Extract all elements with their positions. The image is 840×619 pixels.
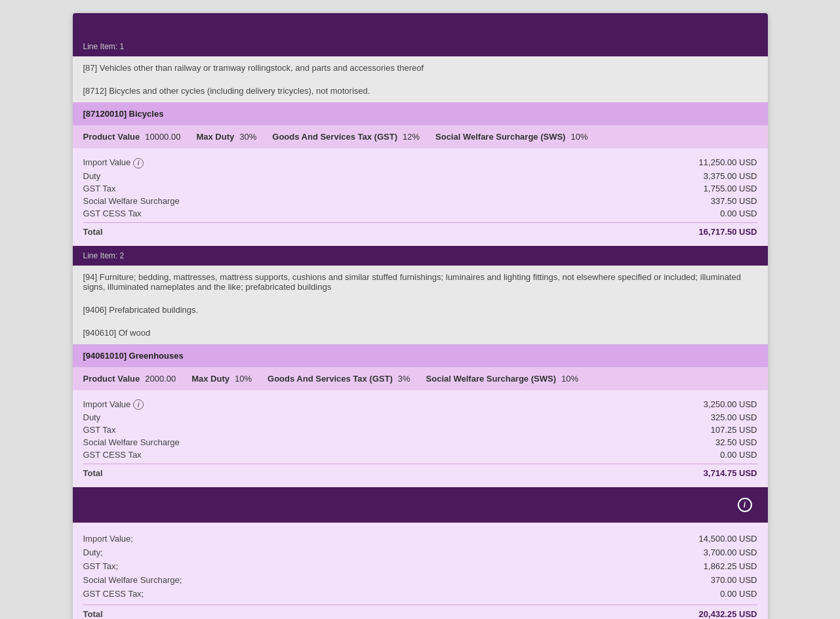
line-item-header-1: Line Item: 1 xyxy=(73,37,768,56)
calc-label-2-1: Import Valuei xyxy=(83,399,144,410)
calc-total-value-2: 3,714.75 USD xyxy=(704,468,757,478)
calc-row-1-2: Duty 3,375.00 USD xyxy=(83,170,757,182)
tl-row-3: GST Tax; 1,862.25 USD xyxy=(83,559,757,573)
gst-value-2: 3% xyxy=(398,374,410,384)
calc-total-value-1: 16,717.50 USD xyxy=(699,227,757,237)
breadcrumb-2-2: [9406] Prefabricated buildings. xyxy=(73,298,768,321)
calc-value-1-3: 1,755.00 USD xyxy=(704,184,757,193)
breadcrumb-2-3: [940610] Of wood xyxy=(73,321,768,344)
tl-value-1: 14,500.00 USD xyxy=(699,534,757,544)
tl-row-1: Import Value; 14,500.00 USD xyxy=(83,532,757,546)
max-duty-label-2: Max Duty xyxy=(191,374,230,384)
tl-label-1: Import Value; xyxy=(83,534,133,544)
sws-label-2: Social Welfare Surcharge (SWS) xyxy=(426,374,556,384)
page-header xyxy=(73,13,768,37)
line-items-container: Line Item: 1[87] Vehicles other than rai… xyxy=(73,37,768,487)
calc-value-1-5: 0.00 USD xyxy=(720,209,757,218)
calc-total-row-2: Total 3,714.75 USD xyxy=(83,464,757,479)
calc-value-2-3: 107.25 USD xyxy=(711,425,757,435)
calc-label-2-5: GST CESS Tax xyxy=(83,450,142,460)
sws-label-1: Social Welfare Surcharge (SWS) xyxy=(435,132,565,142)
calc-value-2-4: 32.50 USD xyxy=(715,437,757,447)
tl-label-4: Social Welfare Surcharge; xyxy=(83,575,182,585)
calc-total-label-1: Total xyxy=(83,227,103,237)
product-info-row-2: Product Value 2000.00 Max Duty 10% Goods… xyxy=(73,367,768,390)
calc-label-1-4: Social Welfare Surcharge xyxy=(83,196,180,206)
total-landed-header: i xyxy=(73,487,768,523)
sws-value-2: 10% xyxy=(561,374,578,384)
calc-label-2-3: GST Tax xyxy=(83,425,116,435)
calc-label-2-2: Duty xyxy=(83,412,101,422)
calc-value-2-5: 0.00 USD xyxy=(720,450,757,460)
tl-total-value: 20,432.25 USD xyxy=(699,609,757,619)
tl-row-2: Duty; 3,700.00 USD xyxy=(83,546,757,559)
gst-value-1: 12% xyxy=(403,132,420,142)
breadcrumb-2-1: [94] Furniture; bedding, mattresses, mat… xyxy=(73,266,768,298)
calc-row-2-5: GST CESS Tax 0.00 USD xyxy=(83,449,757,461)
calc-section-2: Import Valuei 3,250.00 USD Duty 325.00 U… xyxy=(73,390,768,488)
calc-row-2-3: GST Tax 107.25 USD xyxy=(83,424,757,436)
tl-value-5: 0.00 USD xyxy=(720,589,757,599)
gst-label-2: Goods And Services Tax (GST) xyxy=(268,374,393,384)
calc-row-1-1: Import Valuei 11,250.00 USD xyxy=(83,156,757,170)
product-value-label-1: Product Value xyxy=(83,132,140,142)
tl-total-label: Total xyxy=(83,609,103,619)
tl-value-3: 1,862.25 USD xyxy=(704,561,757,571)
calc-row-1-4: Social Welfare Surcharge 337.50 USD xyxy=(83,195,757,207)
calc-value-1-4: 337.50 USD xyxy=(711,196,757,206)
calc-total-row-1: Total 16,717.50 USD xyxy=(83,222,757,238)
product-info-row-1: Product Value 10000.00 Max Duty 30% Good… xyxy=(73,125,768,148)
total-landed-info-icon[interactable]: i xyxy=(738,498,752,512)
gst-label-1: Goods And Services Tax (GST) xyxy=(272,132,397,142)
product-value-1: 10000.00 xyxy=(145,132,180,142)
total-landed-section: Import Value; 14,500.00 USD Duty; 3,700.… xyxy=(73,523,768,619)
tl-row-4: Social Welfare Surcharge; 370.00 USD xyxy=(83,573,757,587)
calc-row-2-1: Import Valuei 3,250.00 USD xyxy=(83,398,757,412)
line-item-header-2: Line Item: 2 xyxy=(73,246,768,266)
tl-value-2: 3,700.00 USD xyxy=(704,548,757,557)
calc-value-1-2: 3,375.00 USD xyxy=(704,171,757,181)
breadcrumb-1-2: [8712] Bicycles and other cycles (includ… xyxy=(73,79,768,102)
tl-total-row: Total 20,432.25 USD xyxy=(83,605,757,619)
main-container: Line Item: 1[87] Vehicles other than rai… xyxy=(73,13,768,619)
calc-label-1-2: Duty xyxy=(83,171,101,181)
calc-value-2-2: 325.00 USD xyxy=(711,412,757,422)
calc-label-1-5: GST CESS Tax xyxy=(83,209,142,218)
calc-row-2-2: Duty 325.00 USD xyxy=(83,411,757,424)
calc-section-1: Import Valuei 11,250.00 USD Duty 3,375.0… xyxy=(73,148,768,246)
calc-row-1-5: GST CESS Tax 0.00 USD xyxy=(83,207,757,220)
hs-code-row-2: [94061010] Greenhouses xyxy=(73,344,768,367)
tl-value-4: 370.00 USD xyxy=(711,575,757,585)
calc-row-1-3: GST Tax 1,755.00 USD xyxy=(83,182,757,195)
calc-value-2-1: 3,250.00 USD xyxy=(704,399,757,410)
calc-row-2-4: Social Welfare Surcharge 32.50 USD xyxy=(83,436,757,449)
tl-label-3: GST Tax; xyxy=(83,561,119,571)
calc-label-2-4: Social Welfare Surcharge xyxy=(83,437,180,447)
product-value-2: 2000.00 xyxy=(145,374,176,384)
import-value-info-icon[interactable]: i xyxy=(133,158,144,169)
tl-label-2: Duty; xyxy=(83,548,103,557)
max-duty-label-1: Max Duty xyxy=(196,132,234,142)
product-value-label-2: Product Value xyxy=(83,374,140,384)
tl-label-5: GST CESS Tax; xyxy=(83,589,144,599)
tl-row-5: GST CESS Tax; 0.00 USD xyxy=(83,587,757,601)
calc-total-label-2: Total xyxy=(83,468,103,478)
calc-value-1-1: 11,250.00 USD xyxy=(699,157,757,169)
import-value-info-icon[interactable]: i xyxy=(133,399,144,410)
breadcrumb-1-1: [87] Vehicles other than railway or tram… xyxy=(73,56,768,79)
max-duty-value-1: 30% xyxy=(239,132,256,142)
calc-label-1-3: GST Tax xyxy=(83,184,116,193)
hs-code-row-1: [87120010] Bicycles xyxy=(73,102,768,125)
max-duty-value-2: 10% xyxy=(235,374,252,384)
calc-label-1-1: Import Valuei xyxy=(83,157,144,169)
sws-value-1: 10% xyxy=(570,132,588,142)
